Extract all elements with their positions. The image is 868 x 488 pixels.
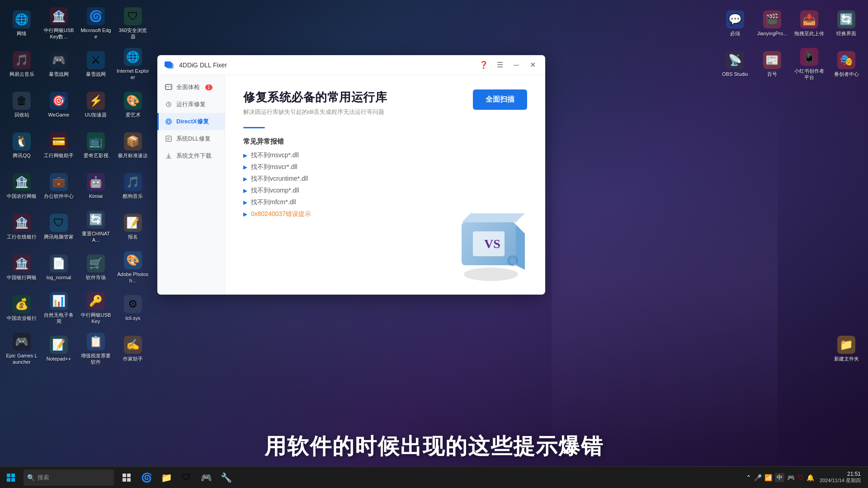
desktop-icon-recycle[interactable]: 🗑 回收站	[4, 85, 40, 125]
runtime-icon	[165, 100, 173, 108]
sidebar-item-download[interactable]: 系统文件下载	[157, 147, 225, 164]
desktop-icon-bixu[interactable]: 💬 必须	[717, 4, 753, 43]
error-item-3[interactable]: ▶ 找不到vcruntime*.dll	[243, 175, 527, 183]
svg-text:VS: VS	[484, 237, 500, 251]
systray-antivirus[interactable]: 🛡	[797, 474, 804, 481]
close-button[interactable]: ✕	[525, 59, 540, 71]
window-controls: ❓ ☰ ─ ✕	[476, 59, 540, 71]
section-title: 常见异常报错	[243, 137, 527, 146]
desktop-icon-jinghuanjiemian[interactable]: 🔄 经换界面	[828, 4, 864, 43]
desktop-icon-iqiyi[interactable]: 🎨 爱艺术	[115, 85, 151, 125]
desktop-icon-zhonghang[interactable]: 🏦 中行网银USBKey数...	[41, 4, 77, 43]
content-subtitle: 解决因运行库缺失引起的dll丢失成程序无法运行等问题	[243, 108, 387, 116]
desktop-icon-wegame[interactable]: 🎯 WeGame	[41, 85, 77, 125]
sidebar-item-runtime[interactable]: 运行库修复	[157, 96, 225, 113]
minimize-button[interactable]: ─	[509, 59, 524, 71]
systray-clock[interactable]: 21:51 2024/11/14 星期四	[816, 471, 864, 484]
error-item-4[interactable]: ▶ 找不到vcomp*.dll	[243, 187, 527, 195]
taskbar: 🔍 搜索 🌀 📁 🛡 🎮 🔧 ⌃	[0, 466, 868, 488]
taskbar-icon-4ddig[interactable]: 🔧	[217, 469, 235, 487]
desktop-icon-tuozhuai[interactable]: 📤 拖拽至此上传	[791, 4, 827, 43]
taskbar-icon-task-view[interactable]	[118, 469, 136, 487]
desktop-icon-baihao[interactable]: 📰 百号	[754, 44, 790, 84]
svg-point-9	[464, 267, 518, 281]
desktop-icon-grid: 🌐 网络 🏦 中行网银USBKey数... 🌀 Microsoft Edge 🛡…	[0, 0, 163, 466]
taskbar-icon-explorer[interactable]: 📁	[157, 469, 175, 487]
error-item-1[interactable]: ▶ 找不到msvcp*.dll	[243, 151, 527, 160]
start-button[interactable]	[0, 467, 22, 488]
desktop-icon-xiaohongshu[interactable]: 📱 小红书创作者平台	[791, 44, 827, 84]
desktop-icon-icbc[interactable]: 💳 工行网银助手	[41, 126, 77, 165]
taskbar-icon-steam-taskbar[interactable]: 🎮	[197, 469, 215, 487]
desktop-icon-usb2[interactable]: 🔑 中行网银USBKey	[78, 288, 114, 328]
svg-rect-19	[11, 478, 15, 482]
arrow-icon-6: ▶	[243, 211, 247, 217]
desktop-icon-tax[interactable]: 📋 增值税发票要软件	[78, 329, 114, 369]
desktop-icon-wangyi[interactable]: 🎵 网易云音乐	[4, 44, 40, 84]
health-badge: 1	[205, 84, 212, 90]
desktop-icon-ziran[interactable]: 📊 自然无电子务周	[41, 288, 77, 328]
desktop-icon-epic[interactable]: 🎮 Epic Games Launcher	[4, 329, 40, 369]
taskbar-search[interactable]: 🔍 搜索	[24, 469, 114, 486]
svg-rect-21	[127, 474, 131, 477]
help-button[interactable]: ❓	[476, 59, 491, 71]
desktop-icon-baoming[interactable]: 📝 报名	[115, 207, 151, 247]
taskbar-quick-launch: 🌀 📁 🛡 🎮 🔧	[118, 469, 235, 487]
svg-point-5	[168, 86, 169, 87]
desktop-icon-steam[interactable]: 🎮 暴雪战网	[41, 44, 77, 84]
desktop-icon-soft-market[interactable]: 🛒 软件市场	[78, 248, 114, 287]
systray-lang[interactable]: 中	[775, 473, 784, 482]
desktop-icon-kugou[interactable]: 🎵 酷狗音乐	[115, 166, 151, 206]
desktop-icon-edge[interactable]: 🌀 Microsoft Edge	[78, 4, 114, 43]
desktop-icon-obs[interactable]: 📡 OBS Studio	[717, 44, 753, 84]
main-content: 修复系统必备的常用运行库 解决因运行库缺失引起的dll丢失成程序无法运行等问题 …	[225, 75, 545, 295]
desktop-icon-reset[interactable]: 🔄 重置CHINATA...	[78, 207, 114, 247]
desktop-icon-kimiai[interactable]: 🤖 Kimiai	[78, 166, 114, 206]
desktop-icon-fanchuang[interactable]: 🎭 番创者中心	[828, 44, 864, 84]
taskbar-icon-antivirus[interactable]: 🛡	[177, 469, 195, 487]
systray-network[interactable]: 📶	[764, 474, 772, 481]
desktop-icon-office[interactable]: 💼 办公软件中心	[41, 166, 77, 206]
desktop-icon-baozhan[interactable]: ⚔ 暴雪战网	[78, 44, 114, 84]
content-title-group: 修复系统必备的常用运行库 解决因运行库缺失引起的dll丢失成程序无法运行等问题	[243, 89, 387, 116]
desktop-icon-nongye[interactable]: 🏦 中国农行网银	[4, 166, 40, 206]
systray-mic[interactable]: 🎤	[754, 474, 762, 481]
svg-point-4	[166, 86, 167, 87]
menu-button[interactable]: ☰	[493, 59, 507, 71]
scan-button[interactable]: 全面扫描	[473, 89, 527, 110]
desktop-icon-network[interactable]: 🌐 网络	[4, 4, 40, 43]
dll-illustration: VS	[446, 195, 536, 286]
window-body: 全面体检 1 运行库修复	[157, 75, 545, 295]
desktop-right-icons: 💬 必须 🎬 JianyingPro... 📤 拖拽至此上传 🔄 经换界面 📡 …	[714, 0, 868, 466]
desktop-icon-tencent-mgr[interactable]: 🛡 腾讯电脑管家	[41, 207, 77, 247]
sidebar-item-system-dll[interactable]: 系统DLL修复	[157, 130, 225, 147]
desktop-icon-qq[interactable]: 🐧 腾讯QQ	[4, 126, 40, 165]
desktop-icon-icbc2[interactable]: 🏦 工行在线银行	[4, 207, 40, 247]
sidebar-item-directx[interactable]: DirectX修复	[157, 113, 225, 130]
systray-chevron[interactable]: ⌃	[746, 474, 751, 481]
desktop-icon-log[interactable]: 📄 log_normal	[41, 248, 77, 287]
desktop-icon-uu[interactable]: ⚡ UU加速器	[78, 85, 114, 125]
arrow-icon-1: ▶	[243, 152, 247, 159]
desktop-icon-writer[interactable]: ✍ 作家助手	[115, 329, 151, 369]
window-titlebar: 4DDiG DLL Fixer ❓ ☰ ─ ✕	[157, 55, 545, 75]
desktop-icon-photoshop[interactable]: 🎨 Adobe Photosh...	[115, 248, 151, 287]
desktop-icon-notepad[interactable]: 📝 Notepad++	[41, 329, 77, 369]
svg-rect-2	[166, 62, 172, 68]
taskbar-icon-edge[interactable]: 🌀	[137, 469, 156, 487]
systray-notifications[interactable]: 🔔	[807, 474, 814, 481]
error-item-2[interactable]: ▶ 找不到msvcr*.dll	[243, 163, 527, 171]
desktop-icon-iqiyi-video[interactable]: 📺 爱奇艺影视	[78, 126, 114, 165]
desktop-icon-360[interactable]: 🛡 360安全浏览器	[115, 4, 151, 43]
desktop-icon-zhonghang-bank[interactable]: 🏦 中国银行网银	[4, 248, 40, 287]
desktop-icon-nongye2[interactable]: 💰 中国农业银行	[4, 288, 40, 328]
sidebar: 全面体检 1 运行库修复	[157, 75, 225, 295]
content-title: 修复系统必备的常用运行库	[243, 89, 387, 105]
systray-steam[interactable]: 🎮	[787, 474, 795, 481]
desktop-icon-tcli[interactable]: ⚙ tcli.sys	[115, 288, 151, 328]
desktop-icon-ie[interactable]: 🌐 Internet Explorer	[115, 44, 151, 84]
sidebar-item-health-check[interactable]: 全面体检 1	[157, 79, 225, 96]
desktop-icon-jianying[interactable]: 🎬 JianyingPro...	[754, 4, 790, 43]
desktop-icon-new-folder[interactable]: 📁 新建文件夹	[828, 329, 864, 369]
desktop-icon-express[interactable]: 📦 极月标准速达	[115, 126, 151, 165]
